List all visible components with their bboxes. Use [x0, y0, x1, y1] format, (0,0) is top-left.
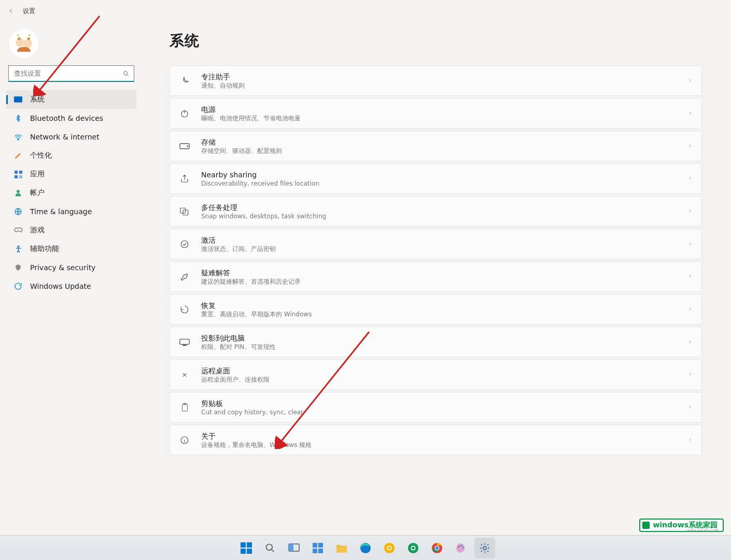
card-title: 专注助手: [201, 72, 688, 81]
svg-point-53: [483, 546, 486, 549]
taskbar-taskview[interactable]: [284, 538, 304, 558]
nav-label: 游戏: [30, 226, 45, 235]
card-title: 疑难解答: [201, 268, 688, 277]
svg-point-51: [460, 544, 462, 546]
card-title: 恢复: [201, 301, 688, 310]
nav-network[interactable]: Network & internet: [6, 128, 136, 146]
nav-label: Windows Update: [30, 282, 91, 290]
card-title: 关于: [201, 431, 688, 441]
card-subtitle: 睡眠、电池使用情况、节省电池电量: [201, 114, 688, 122]
apps-icon: [13, 170, 23, 179]
svg-rect-30: [247, 542, 252, 548]
card-title: 远程桌面: [201, 366, 688, 375]
nav-accounts[interactable]: 帐户: [6, 184, 136, 202]
taskbar-chrome-dev[interactable]: [403, 538, 424, 558]
taskbar-widgets[interactable]: [307, 538, 328, 558]
projector-icon: [179, 337, 190, 347]
brush-icon: [13, 151, 23, 160]
card-subtitle: Discoverability, received files location: [201, 179, 688, 188]
chevron-right-icon: [688, 371, 692, 379]
taskbar-settings[interactable]: [474, 538, 495, 558]
system-card-multitask[interactable]: 多任务处理Snap windows, desktops, task switch…: [170, 196, 702, 227]
wifi-icon: [13, 132, 23, 142]
svg-point-15: [17, 190, 20, 193]
svg-point-3: [18, 37, 21, 40]
svg-rect-11: [15, 171, 18, 174]
system-card-power[interactable]: 电源睡眠、电池使用情况、节省电池电量: [170, 98, 702, 129]
nav: 系统 Bluetooth & devices: [4, 90, 138, 296]
nav-system[interactable]: 系统: [6, 90, 136, 109]
nav-label: Time & language: [30, 207, 92, 216]
chrome-icon: [431, 542, 443, 554]
card-subtitle: 激活状态、订阅、产品密钥: [201, 245, 688, 253]
svg-rect-29: [241, 542, 246, 548]
svg-point-23: [181, 241, 188, 248]
card-subtitle: 通知、自动规则: [201, 81, 688, 90]
system-card-remote[interactable]: 远程桌面远程桌面用户、连接权限: [170, 359, 702, 390]
system-card-info[interactable]: 关于设备规格，重命名电脑、Windows 规格: [170, 425, 702, 455]
system-card-projector[interactable]: 投影到此电脑权限、配对 PIN、可发现性: [170, 327, 702, 357]
person-icon: [13, 188, 23, 198]
avatar[interactable]: [9, 29, 38, 58]
svg-rect-9: [14, 102, 22, 103]
nav-gaming[interactable]: 游戏: [6, 221, 136, 240]
chevron-right-icon: [688, 240, 692, 248]
system-card-check[interactable]: 激活激活状态、订阅、产品密钥: [170, 229, 702, 259]
multitask-icon: [179, 206, 190, 217]
chevron-right-icon: [688, 109, 692, 118]
edge-icon: [360, 542, 371, 554]
nav-privacy[interactable]: Privacy & security: [6, 258, 136, 277]
search-button[interactable]: [122, 69, 130, 78]
chevron-right-icon: [688, 273, 692, 281]
system-card-wrench[interactable]: 疑难解答建议的疑难解答、首选项和历史记录: [170, 261, 702, 292]
nav-personalize[interactable]: 个性化: [6, 146, 136, 165]
search-wrap: [8, 65, 134, 82]
system-card-clipboard[interactable]: 剪贴板Cut and copy history, sync, clear: [170, 392, 702, 423]
taskbar-chrome[interactable]: [427, 538, 447, 558]
svg-point-7: [124, 72, 128, 75]
system-card-recovery[interactable]: 恢复重置、高级启动、早期版本的 Windows: [170, 294, 702, 325]
taskbar-chrome-canary[interactable]: [379, 538, 400, 558]
back-button[interactable]: [5, 5, 17, 17]
system-card-share[interactable]: Nearby sharingDiscoverability, received …: [170, 163, 702, 194]
svg-rect-26: [182, 404, 187, 411]
page-title: 系统: [170, 31, 702, 51]
search-icon: [123, 71, 129, 77]
watermark: windows系统家园 www.xxxxxx.com: [639, 519, 724, 532]
svg-point-10: [18, 139, 19, 140]
system-card-drive[interactable]: 存储存储空间、驱动器、配置规则: [170, 131, 702, 161]
search-icon: [265, 543, 275, 553]
nav-bluetooth[interactable]: Bluetooth & devices: [6, 109, 136, 128]
folder-icon: [336, 543, 347, 553]
svg-point-4: [27, 37, 31, 40]
nav-apps[interactable]: 应用: [6, 165, 136, 184]
taskbar-start[interactable]: [236, 538, 257, 558]
chevron-right-icon: [688, 436, 692, 444]
nav-label: Privacy & security: [30, 263, 95, 272]
card-subtitle: 重置、高级启动、早期版本的 Windows: [201, 310, 688, 318]
bluetooth-icon: [13, 114, 23, 123]
search-input[interactable]: [8, 65, 134, 82]
nav-windows-update[interactable]: Windows Update: [6, 277, 136, 296]
taskbar-paint[interactable]: [451, 538, 471, 558]
nav-accessibility[interactable]: 辅助功能: [6, 240, 136, 258]
svg-rect-36: [313, 543, 317, 548]
chevron-right-icon: [688, 403, 692, 412]
nav-time[interactable]: Time & language: [6, 202, 136, 221]
taskbar-search[interactable]: [260, 538, 280, 558]
sidebar: 系统 Bluetooth & devices: [0, 22, 143, 535]
taskbar-explorer[interactable]: [331, 538, 352, 558]
system-card-moon[interactable]: 专注助手通知、自动规则: [170, 65, 702, 96]
clipboard-icon: [179, 402, 190, 413]
svg-rect-39: [318, 549, 323, 553]
arrow-left-icon: [7, 7, 15, 15]
svg-point-43: [388, 547, 391, 550]
wrench-icon: [179, 272, 190, 282]
taskbar-edge[interactable]: [355, 538, 376, 558]
chrome-yellow-icon: [384, 542, 395, 554]
card-list: 专注助手通知、自动规则电源睡眠、电池使用情况、节省电池电量存储存储空间、驱动器、…: [170, 65, 702, 455]
app-title: 设置: [23, 7, 35, 16]
card-title: 存储: [201, 137, 688, 147]
svg-point-17: [18, 246, 19, 247]
svg-rect-37: [318, 543, 323, 548]
